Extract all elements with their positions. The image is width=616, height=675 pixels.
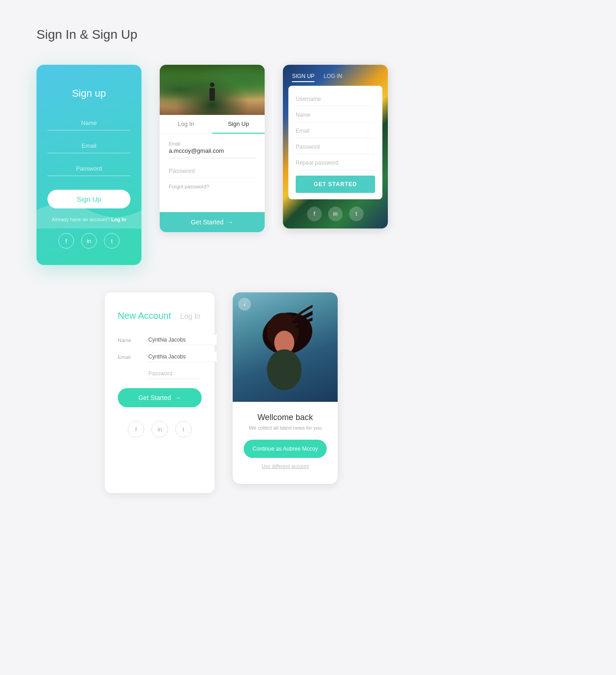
page-title: Sign In & Sign Up bbox=[37, 27, 579, 42]
password-row bbox=[118, 369, 202, 379]
social-icons: f in t bbox=[58, 233, 120, 249]
name-label: Name bbox=[118, 338, 143, 343]
row2: New Account Log In Name Email Get Starte… bbox=[37, 292, 579, 493]
card-photo-login: Log In Sign Up Email a.mccoy@gmail.com F… bbox=[160, 65, 265, 232]
tab-new-account[interactable]: New Account bbox=[118, 311, 171, 321]
colorful-nav: SIGN UP LOG IN bbox=[283, 65, 388, 86]
linkedin-icon[interactable]: in bbox=[81, 233, 97, 249]
colorful-username-input[interactable] bbox=[296, 92, 375, 106]
colorful-repeat-password-input[interactable] bbox=[296, 156, 375, 170]
tab-signup[interactable]: Sign Up bbox=[212, 115, 265, 134]
new-account-facebook-icon[interactable]: f bbox=[128, 421, 144, 437]
colorful-signup-tab[interactable]: SIGN UP bbox=[292, 73, 314, 82]
new-account-linkedin-icon[interactable]: in bbox=[151, 421, 168, 437]
get-started-button[interactable]: Get Started → bbox=[160, 212, 265, 232]
colorful-twitter-icon[interactable]: t bbox=[349, 207, 364, 221]
welcome-photo: ‹ bbox=[233, 292, 338, 402]
photo-password-input[interactable] bbox=[169, 165, 256, 177]
back-button[interactable]: ‹ bbox=[238, 298, 251, 311]
colorful-get-started-button[interactable]: GET STARTED bbox=[296, 176, 375, 193]
card-colorful-signup: SIGN UP LOG IN GET STARTED f in t bbox=[283, 65, 388, 228]
card-gradient-signup: Sign up Sign Up Already have an account?… bbox=[37, 65, 141, 265]
continue-button[interactable]: Continue as Aubree Mccoy bbox=[244, 440, 327, 458]
signup-email-input[interactable] bbox=[47, 139, 131, 153]
tab-log-in[interactable]: Log In bbox=[180, 312, 200, 321]
email-row: Email bbox=[118, 352, 202, 362]
signup-name-input[interactable] bbox=[47, 116, 131, 130]
row1: Sign up Sign Up Already have an account?… bbox=[37, 65, 579, 265]
email-label: Email bbox=[169, 141, 256, 146]
colorful-login-tab[interactable]: LOG IN bbox=[324, 73, 342, 82]
email-input[interactable] bbox=[148, 352, 217, 362]
use-different-link[interactable]: Use different account bbox=[244, 463, 327, 469]
photo-header bbox=[160, 65, 265, 115]
card-welcome-back: ‹ Wellcome back We collect all latest ne bbox=[233, 292, 338, 484]
colorful-facebook-icon[interactable]: f bbox=[307, 207, 322, 221]
woman-illustration bbox=[258, 301, 313, 393]
signup-title: Sign up bbox=[72, 88, 106, 99]
signup-password-input[interactable] bbox=[47, 161, 131, 176]
new-account-social: f in t bbox=[118, 421, 202, 437]
forest-photo bbox=[160, 65, 265, 115]
welcome-title: Wellcome back bbox=[244, 413, 327, 422]
svg-point-4 bbox=[267, 349, 302, 390]
colorful-white-form: GET STARTED bbox=[288, 86, 382, 199]
facebook-icon[interactable]: f bbox=[58, 233, 74, 249]
tab-login[interactable]: Log In bbox=[160, 115, 212, 134]
email-display: a.mccoy@gmail.com bbox=[169, 147, 256, 158]
welcome-subtitle: We collect all latest news for you bbox=[244, 425, 327, 431]
new-account-twitter-icon[interactable]: t bbox=[175, 421, 192, 437]
email-label-new: Email bbox=[118, 354, 143, 360]
welcome-content: Wellcome back We collect all latest news… bbox=[233, 402, 338, 480]
colorful-social-icons: f in t bbox=[283, 199, 388, 228]
person-silhouette bbox=[209, 88, 215, 101]
password-input-new[interactable] bbox=[148, 369, 202, 379]
new-account-get-started-button[interactable]: Get Started → bbox=[118, 388, 202, 407]
login-signup-tabs: Log In Sign Up bbox=[160, 115, 265, 134]
name-row: Name bbox=[118, 335, 202, 345]
new-account-tabs: New Account Log In bbox=[118, 311, 202, 321]
photo-form-body: Email a.mccoy@gmail.com Forgot password? bbox=[160, 134, 265, 189]
colorful-password-input[interactable] bbox=[296, 140, 375, 154]
colorful-name-input[interactable] bbox=[296, 108, 375, 122]
colorful-linkedin-icon[interactable]: in bbox=[328, 207, 343, 221]
twitter-icon[interactable]: t bbox=[104, 233, 120, 249]
card-new-account: New Account Log In Name Email Get Starte… bbox=[105, 292, 214, 493]
colorful-email-input[interactable] bbox=[296, 124, 375, 138]
name-input[interactable] bbox=[148, 335, 217, 345]
forgot-password-link[interactable]: Forgot password? bbox=[169, 184, 256, 189]
